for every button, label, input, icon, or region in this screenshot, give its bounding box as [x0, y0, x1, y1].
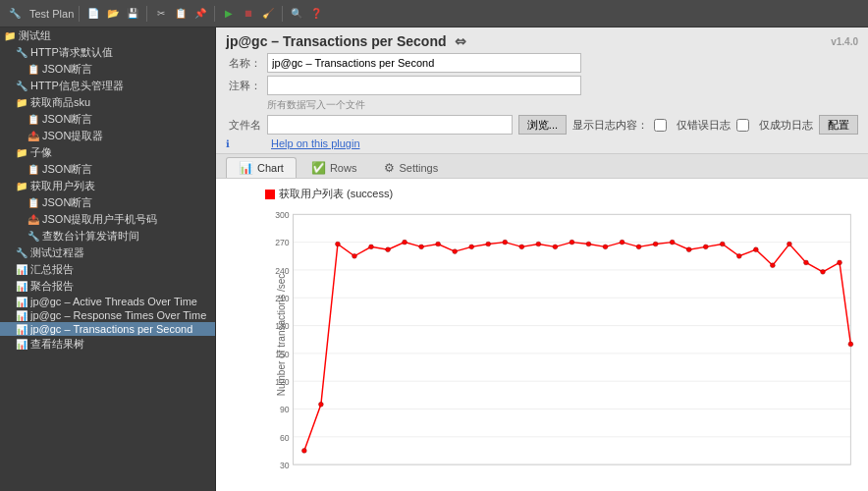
legend-color-dot [265, 190, 275, 199]
sidebar-item-json-assert3[interactable]: 📋JSON断言 [0, 161, 215, 178]
svg-point-38 [586, 242, 591, 246]
config-button[interactable]: 配置 [819, 115, 858, 135]
sidebar-item-aggregate[interactable]: 📊聚合报告 [0, 278, 215, 295]
save-icon[interactable]: 💾 [124, 5, 141, 23]
file-row: 文件名 浏览... 显示日志内容： 仅错误日志 仅成功日志 配置 [226, 115, 858, 135]
toolbar-separator3 [214, 6, 215, 22]
sidebar-label-summary: 汇总报告 [30, 262, 74, 277]
svg-point-25 [369, 245, 374, 249]
file-input[interactable] [267, 115, 513, 135]
new-icon[interactable]: 📄 [84, 5, 102, 23]
sidebar-item-cookie-mgr[interactable]: 🔧测试过程器 [0, 245, 215, 261]
panel-title: jp@gc – Transactions per Second ⇔ v1.4.0 [226, 33, 858, 49]
sidebar-item-json-assert1[interactable]: 📋JSON断言 [0, 61, 215, 78]
sidebar-item-active-threads[interactable]: 📊jp@gc – Active Threads Over Time [0, 295, 215, 308]
sidebar-item-get-user-list[interactable]: 📁获取用户列表 [0, 178, 215, 194]
comment-label: 注释： [226, 79, 261, 93]
sidebar-item-testplan[interactable]: 📁测试组 [0, 27, 215, 44]
open-icon[interactable]: 📂 [104, 5, 122, 23]
sidebar-label-json-assert2: JSON断言 [42, 112, 92, 127]
errors-only-checkbox[interactable] [654, 119, 667, 132]
svg-point-34 [519, 245, 524, 249]
log-content-text: 显示日志内容： [572, 118, 648, 133]
report-icon: 📊 [16, 264, 27, 275]
svg-point-33 [503, 240, 508, 245]
sidebar-label-response-times: jp@gc – Response Times Over Time [30, 309, 206, 321]
toolbar-separator [79, 6, 80, 22]
tab-chart[interactable]: 📊 Chart [226, 157, 297, 178]
sidebar-item-http-defaults[interactable]: 🔧HTTP请求默认值 [0, 44, 215, 61]
version-tag: v1.4.0 [831, 36, 858, 47]
config-icon: 🔧 [27, 231, 39, 242]
cut-icon[interactable]: ✂ [152, 5, 170, 23]
comment-input[interactable] [267, 76, 581, 95]
help-icon[interactable]: ❓ [307, 5, 325, 23]
sidebar-label-json-extractor: JSON提取器 [42, 129, 103, 143]
sidebar-item-tps[interactable]: 📊jp@gc – Transactions per Second [0, 322, 215, 336]
svg-point-47 [736, 253, 741, 258]
panel-title-text: jp@gc – Transactions per Second [226, 33, 447, 49]
info-icon: ℹ [226, 138, 230, 149]
assert-icon: 📋 [27, 197, 39, 208]
sidebar-item-http-manager[interactable]: 🔧HTTP信息头管理器 [0, 78, 215, 94]
search-icon[interactable]: 🔍 [288, 5, 305, 23]
sidebar-label-tps: jp@gc – Transactions per Second [30, 323, 192, 335]
name-label: 名称： [226, 56, 261, 71]
errors-only-label[interactable]: 仅错误日志 [654, 118, 731, 133]
svg-point-26 [386, 247, 391, 252]
config-icon: 🔧 [16, 247, 27, 258]
run-icon[interactable]: ▶ [220, 5, 238, 23]
success-only-checkbox[interactable] [736, 119, 749, 132]
sidebar-label-cookie-mgr: 测试过程器 [30, 246, 84, 260]
sidebar-item-json-extractor[interactable]: 📤JSON提取器 [0, 128, 215, 144]
sidebar-item-set-time[interactable]: 🔧查数台计算发请时间 [0, 228, 215, 245]
extractor-icon: 📤 [27, 131, 39, 141]
sidebar-label-json-extractor2: JSON提取用户手机号码 [42, 212, 157, 227]
sidebar-item-if-controller[interactable]: 📁子像 [0, 144, 215, 161]
browse-button[interactable]: 浏览... [518, 115, 567, 135]
config-icon: 🔧 [16, 81, 27, 91]
svg-point-27 [403, 240, 407, 245]
sidebar-label-if-controller: 子像 [30, 145, 52, 160]
stop-icon[interactable]: ⏹ [240, 5, 257, 23]
name-input[interactable] [267, 53, 581, 73]
sidebar-item-response-times[interactable]: 📊jp@gc – Response Times Over Time [0, 308, 215, 322]
panel-title-icon: ⇔ [455, 33, 466, 49]
success-only-label[interactable]: 仅成功日志 [736, 118, 813, 133]
svg-point-41 [636, 245, 641, 249]
svg-text:30: 30 [280, 461, 290, 470]
copy-icon[interactable]: 📋 [172, 5, 190, 23]
paste-icon[interactable]: 📌 [191, 5, 209, 23]
tab-settings[interactable]: ⚙ Settings [371, 157, 451, 178]
chart-legend: 获取用户列表 (success) [265, 187, 393, 201]
toolbar-title: Test Plan [29, 8, 74, 20]
sidebar-label-http-defaults: HTTP请求默认值 [30, 45, 113, 60]
sidebar-label-testplan: 测试组 [19, 28, 51, 43]
sidebar-label-set-time: 查数台计算发请时间 [42, 229, 139, 244]
sidebar-item-json-assert2[interactable]: 📋JSON断言 [0, 111, 215, 128]
sidebar-item-json-assert4[interactable]: 📋JSON断言 [0, 194, 215, 211]
svg-text:300: 300 [275, 210, 290, 220]
sidebar-item-result-tree[interactable]: 📊查看结果树 [0, 336, 215, 353]
clear-icon[interactable]: 🧹 [259, 5, 277, 23]
sidebar-item-summary[interactable]: 📊汇总报告 [0, 261, 215, 278]
sidebar-label-http-manager: HTTP信息头管理器 [30, 79, 124, 93]
svg-text:90: 90 [280, 405, 290, 414]
svg-text:270: 270 [275, 238, 290, 247]
file-note: 所有数据写入一个文件 [267, 98, 858, 112]
rows-tab-icon: ✅ [311, 161, 326, 175]
sidebar-item-json-extractor2[interactable]: 📤JSON提取用户手机号码 [0, 211, 215, 228]
help-link[interactable]: Help on this plugin [271, 137, 360, 149]
svg-point-23 [336, 242, 341, 246]
report-icon: 📊 [16, 281, 27, 292]
report-icon: 📊 [16, 297, 27, 307]
sidebar-label-get-user-list: 获取用户列表 [30, 179, 95, 193]
sidebar-item-get-sku[interactable]: 📁获取商品sku [0, 94, 215, 111]
svg-point-32 [486, 242, 491, 246]
svg-point-24 [353, 253, 357, 258]
svg-point-48 [753, 247, 758, 252]
y-axis-label: Number of transactions /sec [276, 274, 287, 397]
tab-rows[interactable]: ✅ Rows [298, 157, 370, 178]
svg-point-46 [720, 242, 725, 246]
rows-tab-label: Rows [330, 162, 357, 174]
